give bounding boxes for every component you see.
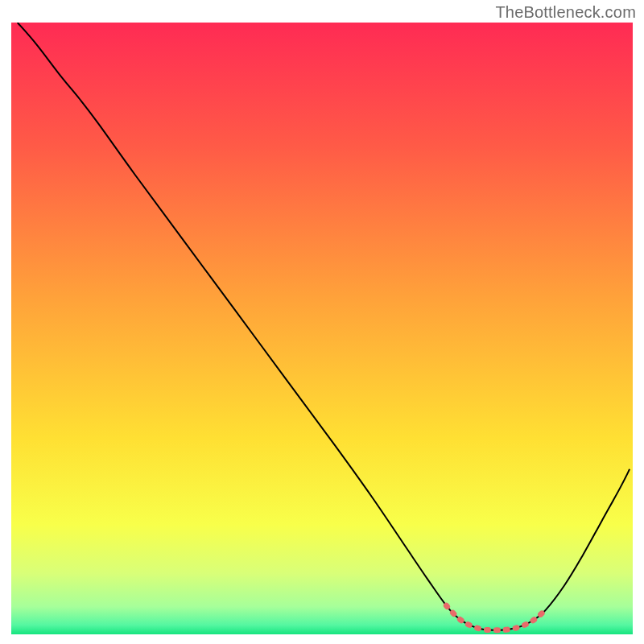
bottleneck-chart: [11, 23, 633, 634]
chart-svg: [11, 23, 633, 634]
attribution-text: TheBottleneck.com: [495, 3, 636, 22]
gradient-background: [11, 23, 633, 634]
